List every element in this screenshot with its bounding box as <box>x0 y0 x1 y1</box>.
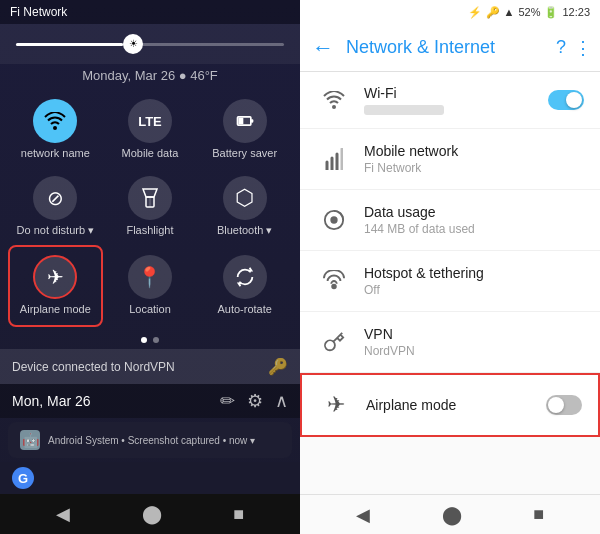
time-right: 12:23 <box>562 6 590 18</box>
hotspot-subtitle: Off <box>364 283 584 297</box>
data-usage-title: Data usage <box>364 204 584 220</box>
battery-text: 52% <box>518 6 540 18</box>
tile-flashlight-label: Flashlight <box>126 224 173 237</box>
quick-tiles-grid: network name LTE Mobile data Battery sav… <box>0 87 300 331</box>
tile-battery-saver[interactable]: Battery saver <box>197 91 292 168</box>
data-usage-content: Data usage 144 MB of data used <box>364 204 584 236</box>
app-name-left: Fi Network <box>10 5 67 19</box>
brightness-bar[interactable]: ☀ <box>0 24 300 64</box>
page-title: Network & Internet <box>346 37 548 58</box>
settings-item-vpn[interactable]: VPN NordVPN <box>300 312 600 373</box>
airplane-toggle-switch[interactable] <box>546 395 582 415</box>
flashlight-icon <box>128 176 172 220</box>
home-button-left[interactable]: ⬤ <box>142 503 162 525</box>
brightness-track[interactable]: ☀ <box>16 43 284 46</box>
mobile-network-title: Mobile network <box>364 143 584 159</box>
svg-rect-2 <box>250 119 253 122</box>
tile-mobile-data[interactable]: LTE Mobile data <box>103 91 198 168</box>
mobile-network-subtitle: Fi Network <box>364 161 584 175</box>
recents-button-left[interactable]: ■ <box>233 504 244 525</box>
settings-item-mobile-network[interactable]: Mobile network Fi Network <box>300 129 600 190</box>
tile-airplane[interactable]: ✈ Airplane mode <box>8 245 103 326</box>
airplane-icon: ✈ <box>33 255 77 299</box>
svg-point-9 <box>332 285 336 289</box>
tile-mobile-data-label: Mobile data <box>122 147 179 160</box>
brightness-fill <box>16 43 123 46</box>
bottom-icons: ✏ ⚙ ∧ <box>220 390 288 412</box>
tile-wifi[interactable]: network name <box>8 91 103 168</box>
battery-saver-icon <box>223 99 267 143</box>
edit-icon[interactable]: ✏ <box>220 390 235 412</box>
settings-icon[interactable]: ⚙ <box>247 390 263 412</box>
wifi-label: Wi-Fi <box>364 85 540 101</box>
svg-point-0 <box>53 126 57 130</box>
svg-rect-3 <box>238 118 243 125</box>
airplane-setting-icon: ✈ <box>318 387 354 423</box>
vpn-bar: Device connected to NordVPN 🔑 <box>0 349 300 384</box>
settings-item-hotspot[interactable]: Hotspot & tethering Off <box>300 251 600 312</box>
date-overlay: Monday, Mar 26 ● 46°F <box>0 64 300 87</box>
vpn-title: VPN <box>364 326 584 342</box>
back-arrow[interactable]: ← <box>308 31 338 65</box>
vpn-bar-text: Device connected to NordVPN <box>12 360 175 374</box>
tile-location[interactable]: 📍 Location <box>103 245 198 326</box>
tile-location-label: Location <box>129 303 171 316</box>
vpn-setting-icon <box>316 324 352 360</box>
wifi-network-name <box>364 105 444 115</box>
tile-airplane-label: Airplane mode <box>20 303 91 316</box>
recents-button-right[interactable]: ■ <box>533 504 544 525</box>
auto-rotate-icon <box>223 255 267 299</box>
tile-dnd-label: Do not disturb ▾ <box>17 224 95 237</box>
notif-card[interactable]: 🤖 Android System • Screenshot captured •… <box>8 422 292 458</box>
svg-point-6 <box>332 105 336 109</box>
location-icon: 📍 <box>128 255 172 299</box>
wifi-text-content: Wi-Fi <box>364 85 540 115</box>
status-bar-right: ⚡ 🔑 ▲ 52% 🔋 12:23 <box>300 0 600 24</box>
nav-bar-right: ◀ ⬤ ■ <box>300 494 600 534</box>
tile-dnd[interactable]: ⊘ Do not disturb ▾ <box>8 168 103 245</box>
android-icon: 🤖 <box>20 430 40 450</box>
app-bar-right: ← Network & Internet ? ⋮ <box>300 24 600 72</box>
tile-auto-rotate-label: Auto-rotate <box>217 303 271 316</box>
help-icon[interactable]: ? <box>556 37 566 59</box>
left-panel: Fi Network ☀ Monday, Mar 26 ● 46°F netwo… <box>0 0 300 534</box>
tile-auto-rotate[interactable]: Auto-rotate <box>197 245 292 326</box>
app-bar-actions: ? ⋮ <box>556 37 592 59</box>
wifi-icon <box>33 99 77 143</box>
airplane-content: Airplane mode <box>366 397 538 413</box>
back-button-right[interactable]: ◀ <box>356 504 370 526</box>
dot-2 <box>153 337 159 343</box>
wifi-toggle[interactable] <box>548 90 584 110</box>
tile-bluetooth-label: Bluetooth ▾ <box>217 224 273 237</box>
vpn-key-icon: 🔑 <box>268 357 288 376</box>
dnd-icon: ⊘ <box>33 176 77 220</box>
settings-item-airplane[interactable]: ✈ Airplane mode <box>300 373 600 437</box>
tile-flashlight[interactable]: Flashlight <box>103 168 198 245</box>
home-button-right[interactable]: ⬤ <box>442 504 462 526</box>
settings-item-data-usage[interactable]: Data usage 144 MB of data used <box>300 190 600 251</box>
back-button-left[interactable]: ◀ <box>56 503 70 525</box>
vpn-subtitle: NordVPN <box>364 344 584 358</box>
more-icon[interactable]: ⋮ <box>574 37 592 59</box>
google-bar: G <box>0 462 300 494</box>
brightness-thumb[interactable]: ☀ <box>123 34 143 54</box>
bluetooth-status-icon: ⚡ <box>468 6 482 19</box>
tile-bluetooth[interactable]: ⬡ Bluetooth ▾ <box>197 168 292 245</box>
nav-bar-left: ◀ ⬤ ■ <box>0 494 300 534</box>
airplane-toggle-wrap[interactable] <box>546 395 582 415</box>
expand-icon[interactable]: ∧ <box>275 390 288 412</box>
wifi-toggle-switch[interactable] <box>548 90 584 110</box>
svg-point-8 <box>331 217 337 223</box>
signal-status-icon: ▲ <box>504 6 515 18</box>
bottom-bar: Mon, Mar 26 ✏ ⚙ ∧ <box>0 384 300 418</box>
mobile-network-content: Mobile network Fi Network <box>364 143 584 175</box>
vpn-content: VPN NordVPN <box>364 326 584 358</box>
key-status-icon: 🔑 <box>486 6 500 19</box>
bottom-date: Mon, Mar 26 <box>12 393 91 409</box>
right-panel: ⚡ 🔑 ▲ 52% 🔋 12:23 ← Network & Internet ?… <box>300 0 600 534</box>
hotspot-title: Hotspot & tethering <box>364 265 584 281</box>
status-bar-left: Fi Network <box>0 0 300 24</box>
mobile-data-icon: LTE <box>128 99 172 143</box>
wifi-setting-icon <box>316 82 352 118</box>
settings-item-wifi[interactable]: Wi-Fi <box>300 72 600 129</box>
